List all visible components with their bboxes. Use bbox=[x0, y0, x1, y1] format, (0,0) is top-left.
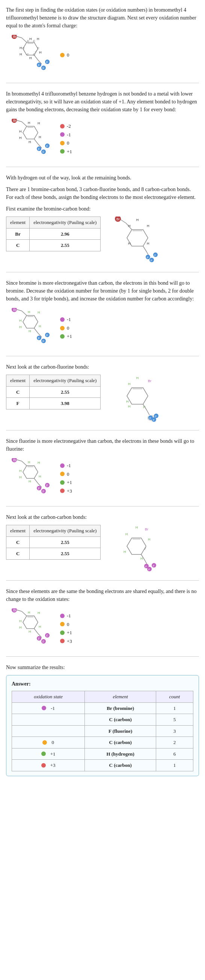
svg-text:H: H bbox=[19, 469, 22, 473]
legend-label-4-minus1: -1 bbox=[67, 462, 71, 469]
svg-marker-0 bbox=[23, 42, 38, 55]
svg-text:F: F bbox=[38, 63, 40, 67]
answer-element-6: C (carbon) bbox=[85, 760, 156, 772]
svg-line-5 bbox=[16, 37, 22, 38]
legend-label-5-plus1: +1 bbox=[67, 629, 72, 636]
svg-text:F: F bbox=[38, 637, 40, 641]
svg-line-144 bbox=[22, 611, 27, 616]
answer-row-2: C (carbon) 5 bbox=[12, 714, 193, 725]
fluorine-col-en: electronegativity (Pauling scale) bbox=[30, 375, 101, 387]
svg-text:F: F bbox=[148, 568, 150, 571]
svg-text:H: H bbox=[29, 479, 31, 483]
answer-count-3: 3 bbox=[156, 725, 193, 737]
svg-text:H: H bbox=[19, 325, 22, 329]
fluorine-row2-element: F bbox=[6, 398, 30, 409]
answer-title: Answer: bbox=[12, 680, 193, 688]
svg-text:H: H bbox=[28, 310, 30, 314]
svg-text:H: H bbox=[125, 532, 128, 536]
svg-text:H: H bbox=[38, 611, 40, 615]
molecule-diagram-5: Br F F F H H H H H H -1 0 bbox=[6, 608, 199, 649]
legend-item-5-0: 0 bbox=[60, 621, 72, 628]
answer-col-element: element bbox=[85, 691, 156, 703]
svg-text:Br: Br bbox=[116, 217, 120, 221]
svg-text:F: F bbox=[46, 484, 48, 487]
carbon-row2-value: 2.55 bbox=[30, 548, 101, 560]
carbon-section: Next look at the carbon-carbon bonds: el… bbox=[6, 513, 199, 574]
legend-label-4-plus3: +3 bbox=[67, 487, 72, 495]
carbon-table: element electronegativity (Pauling scale… bbox=[6, 525, 101, 560]
answer-oxidation-val-4: 0 bbox=[51, 739, 54, 746]
divider-8 bbox=[6, 656, 199, 657]
svg-text:H: H bbox=[39, 51, 42, 54]
svg-text:H: H bbox=[19, 319, 22, 323]
bond-types-text: There are 1 bromine-carbon bond, 3 carbo… bbox=[6, 185, 199, 201]
answer-table: oxidation state element count -1 Br (bro… bbox=[12, 691, 193, 772]
bromine-row2-element: C bbox=[6, 240, 30, 251]
svg-line-56 bbox=[120, 220, 126, 223]
carbon-result-text: Since these elements are the same the bo… bbox=[6, 587, 199, 603]
remaining-bonds-text: With hydrogen out of the way, look at th… bbox=[6, 174, 199, 182]
molecule-svg-4: Br F F F H H H H H H bbox=[6, 458, 55, 500]
dot-4-plus3 bbox=[60, 488, 64, 493]
svg-text:C: C bbox=[33, 39, 35, 43]
legend-item-minus2: -2 bbox=[60, 123, 72, 130]
svg-text:F: F bbox=[153, 418, 155, 422]
table-row: C 2.55 bbox=[6, 386, 101, 398]
fluorine-table: element electronegativity (Pauling scale… bbox=[6, 375, 101, 409]
svg-text:Br: Br bbox=[13, 35, 16, 38]
svg-text:H: H bbox=[19, 52, 22, 56]
svg-text:F: F bbox=[42, 640, 45, 644]
svg-text:H: H bbox=[128, 382, 131, 386]
answer-element-3: F (fluorine) bbox=[85, 725, 156, 737]
dot-5-plus1 bbox=[60, 630, 64, 635]
svg-text:H: H bbox=[141, 557, 143, 560]
svg-text:H: H bbox=[38, 310, 40, 314]
molecule-diagram-1: Br F F F H H H H H H C C C C C C bbox=[6, 35, 199, 76]
legend-item-4-0: 0 bbox=[60, 471, 72, 478]
answer-oxidation-2 bbox=[12, 714, 85, 725]
svg-line-148 bbox=[34, 628, 38, 633]
legend-item-3-minus1: -1 bbox=[60, 316, 72, 323]
svg-text:F: F bbox=[151, 259, 152, 262]
dot-5-plus3 bbox=[60, 639, 64, 643]
bromine-col-element: element bbox=[6, 217, 30, 229]
intro-section: The first step in finding the oxidation … bbox=[6, 6, 199, 76]
svg-line-73 bbox=[34, 328, 38, 333]
svg-text:H: H bbox=[19, 619, 22, 623]
fluorine-section: Next look at the carbon-fluorine bonds: … bbox=[6, 363, 199, 423]
svg-text:Br: Br bbox=[145, 527, 148, 531]
answer-oxidation-val-6: +3 bbox=[50, 762, 56, 769]
legend-label-0b: 0 bbox=[67, 139, 69, 147]
legend-label-5-0: 0 bbox=[67, 621, 69, 628]
hydrogen-section: In bromomethyl 4 trifluoromethyl benzene… bbox=[6, 90, 199, 160]
svg-text:Br: Br bbox=[148, 379, 151, 383]
legend-label-4-0: 0 bbox=[67, 471, 69, 478]
carbon-result-section: Since these elements are the same the bo… bbox=[6, 587, 199, 649]
legend-item-plus1: +1 bbox=[60, 148, 72, 156]
carbon-row1-value: 2.55 bbox=[30, 536, 101, 548]
legend-label-3-minus1: -1 bbox=[67, 316, 71, 323]
answer-count-1: 1 bbox=[156, 702, 193, 714]
svg-text:H: H bbox=[28, 460, 30, 464]
svg-marker-28 bbox=[23, 126, 38, 139]
intro-text: The first step in finding the oxidation … bbox=[6, 6, 199, 30]
dot-0 bbox=[60, 53, 64, 57]
bromine-col-en: electronegativity (Pauling scale) bbox=[30, 217, 101, 229]
dot-5-minus1 bbox=[60, 614, 64, 618]
table-row: F 3.98 bbox=[6, 398, 101, 409]
dot-answer-plus1 bbox=[41, 751, 46, 756]
answer-oxidation-6: +3 bbox=[12, 760, 85, 772]
molecule-diagram-3: Br F F F H H H H H H -1 0 bbox=[6, 308, 199, 349]
answer-row-6: +3 C (carbon) 1 bbox=[12, 760, 193, 772]
legend-label-0: 0 bbox=[67, 51, 69, 59]
legend-label-4-plus1: +1 bbox=[67, 479, 72, 486]
svg-line-69 bbox=[22, 311, 27, 315]
bromine-intro-text: First examine the bromine-carbon bond: bbox=[6, 205, 199, 213]
legend-1: 0 bbox=[60, 51, 69, 60]
svg-text:F: F bbox=[42, 490, 45, 493]
svg-line-4 bbox=[22, 38, 27, 42]
svg-text:Br: Br bbox=[13, 308, 16, 312]
table-row: C 2.55 bbox=[6, 548, 101, 560]
svg-text:H: H bbox=[123, 550, 126, 554]
svg-text:H: H bbox=[19, 136, 22, 140]
